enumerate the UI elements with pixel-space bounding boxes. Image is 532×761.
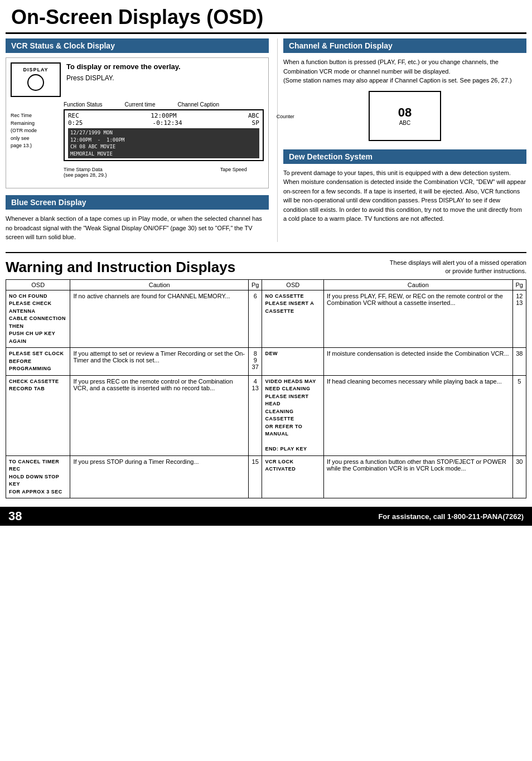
table-row: NO CH FOUNDPLEASE CHECK ANTENNACABLE CON… [6,290,526,348]
vcr-screen: REC 12:00PM ABC 0:25 -0:12:34 SP [64,109,264,161]
pg-cell: 1213 [512,290,526,348]
col-header-osd2: OSD [262,279,324,290]
osd-code-text: DEW [265,350,321,358]
channel-number: 08 [398,105,412,120]
caution-cell: If you press PLAY, FF, REW, or REC on th… [324,290,512,348]
osd-code-cell: DEW [262,348,324,376]
display-circle [27,74,44,91]
caution-cell: If you attempt to set or review a Timer … [70,348,249,376]
blue-screen-desc: Whenever a blank section of a tape comes… [6,214,269,242]
screen-time-remaining: 0:25 [68,119,83,127]
col-header-osd1: OSD [6,279,70,290]
screen-time: 12:00PM [151,112,176,119]
pg-cell: 5 [512,375,526,455]
footer-page-number: 38 [8,509,22,524]
osd-code-cell: TO CANCEL TIMER RECHOLD DOWN STOP KEYFOR… [6,455,70,498]
osd-code-cell: NO CASSETTEPLEASE INSERT A CASSETTE [262,290,324,348]
vcr-display-box: DISPLAY To display or remove the overlay… [6,57,269,188]
osd-table: OSD Caution Pg OSD Caution Pg NO CH FOUN… [6,279,526,499]
screen-rec: REC [68,112,79,119]
blue-screen-header: Blue Screen Display [6,195,269,210]
pg-cell: 413 [249,375,262,455]
osd-code-cell: VIDEO HEADS MAYNEED CLEANINGPLEASE INSER… [262,375,324,455]
osd-code-cell: CHECK CASSETTERECORD TAB [6,375,70,455]
function-status-label: Function Status [64,101,102,108]
caution-cell: If you press REC on the remote control o… [70,375,249,455]
pg-cell: 30 [512,455,526,498]
warning-subtitle: These displays will alert you of a misse… [387,259,526,276]
caution-cell: If you press a function button other tha… [324,455,512,498]
section-divider [6,252,526,253]
osd-code-cell: NO CH FOUNDPLEASE CHECK ANTENNACABLE CON… [6,290,70,348]
counter-label: Counter [277,114,294,119]
display-button-box: DISPLAY [11,62,61,97]
table-row: TO CANCEL TIMER RECHOLD DOWN STOP KEYFOR… [6,455,526,498]
channel-display-box: 08 ABC [369,91,441,141]
caution-cell: If head cleaning becomes necessary while… [324,375,512,455]
channel-function-section: Channel & Function Display When a functi… [283,38,526,141]
warning-title: Warning and Instruction Displays [6,259,235,276]
caution-cell: If no active channels are found for CHAN… [70,290,249,348]
channel-desc: When a function button is pressed (PLAY,… [283,57,526,85]
osd-code-text: CHECK CASSETTERECORD TAB [9,378,67,393]
screen-tape-speed: SP [252,119,259,127]
vcr-status-section: VCR Status & Clock Display DISPLAY To di… [6,38,269,188]
footer-bar: 38 For assistance, call 1-800-211-PANA(7… [0,507,532,526]
col-header-pg1: Pg [249,279,262,290]
col-header-pg2: Pg [512,279,526,290]
left-column: VCR Status & Clock Display DISPLAY To di… [6,38,277,242]
osd-code-text: VCR LOCK ACTIVATED [265,458,321,473]
dew-detection-header: Dew Detection System [283,149,526,164]
blue-screen-section: Blue Screen Display Whenever a blank sec… [6,195,269,242]
rec-time-label: Rec TimeRemaining(OTR modeonly seepage 1… [11,109,61,150]
osd-code-cell: VCR LOCK ACTIVATED [262,455,324,498]
screen-counter-val: -0:12:34 [153,119,182,127]
warning-header-row: Warning and Instruction Displays These d… [6,259,526,276]
osd-code-cell: PLEASE SET CLOCKBEFORE PROGRAMMING [6,348,70,376]
osd-code-text: NO CASSETTEPLEASE INSERT A CASSETTE [265,293,321,316]
press-display-text: Press DISPLAY. [66,74,181,82]
dew-detection-desc: To prevent damage to your tapes, this un… [283,168,526,224]
pg-cell: 38 [512,348,526,376]
caution-cell: If moisture condensation is detected ins… [324,348,512,376]
pg-cell: 15 [249,455,262,498]
bottom-labels: Time Stamp Data(see pages 28, 29.) Tape … [11,167,264,178]
display-instructions: To display or remove the overlay. Press … [66,62,181,82]
footer-assistance-text: For assistance, call 1-800-211-PANA(7262… [378,512,524,521]
osd-code-text: NO CH FOUNDPLEASE CHECK ANTENNACABLE CON… [9,293,67,346]
right-column: Channel & Function Display When a functi… [277,38,526,242]
page-title: On-Screen Displays (OSD) [0,0,532,32]
current-time-label: Current time [124,101,155,108]
channel-function-header: Channel & Function Display [283,38,526,53]
osd-code-text: TO CANCEL TIMER RECHOLD DOWN STOP KEYFOR… [9,458,67,496]
osd-code-text: PLEASE SET CLOCKBEFORE PROGRAMMING [9,350,67,373]
col-header-caution2: Caution [324,279,512,290]
vcr-diagram: Function Status Current time Channel Cap… [11,101,264,178]
dew-detection-section: Dew Detection System To prevent damage t… [283,149,526,224]
caution-cell: If you press STOP during a Timer Recordi… [70,455,249,498]
table-row: PLEASE SET CLOCKBEFORE PROGRAMMING If yo… [6,348,526,376]
pg-cell: 6 [249,290,262,348]
to-display-text: To display or remove the overlay. [66,62,181,72]
display-button-label: DISPLAY [23,67,48,72]
channel-caption-label: Channel Caption [178,101,220,108]
table-row: CHECK CASSETTERECORD TAB If you press RE… [6,375,526,455]
pg-cell: 8937 [249,348,262,376]
screen-date-block: 12/27/1999 MON 12:00PM - 1:00PM CH 08 AB… [68,128,259,158]
warning-section: Warning and Instruction Displays These d… [0,259,532,505]
display-row: DISPLAY To display or remove the overlay… [11,62,264,97]
channel-sub: ABC [399,120,411,126]
col-header-caution1: Caution [70,279,249,290]
time-stamp-label: Time Stamp Data(see pages 28, 29.) [64,167,107,178]
osd-code-text: VIDEO HEADS MAYNEED CLEANINGPLEASE INSER… [265,378,321,453]
tape-speed-label: Tape Speed [220,167,247,178]
vcr-status-header: VCR Status & Clock Display [6,38,269,53]
screen-channel-cap: ABC [248,112,259,119]
